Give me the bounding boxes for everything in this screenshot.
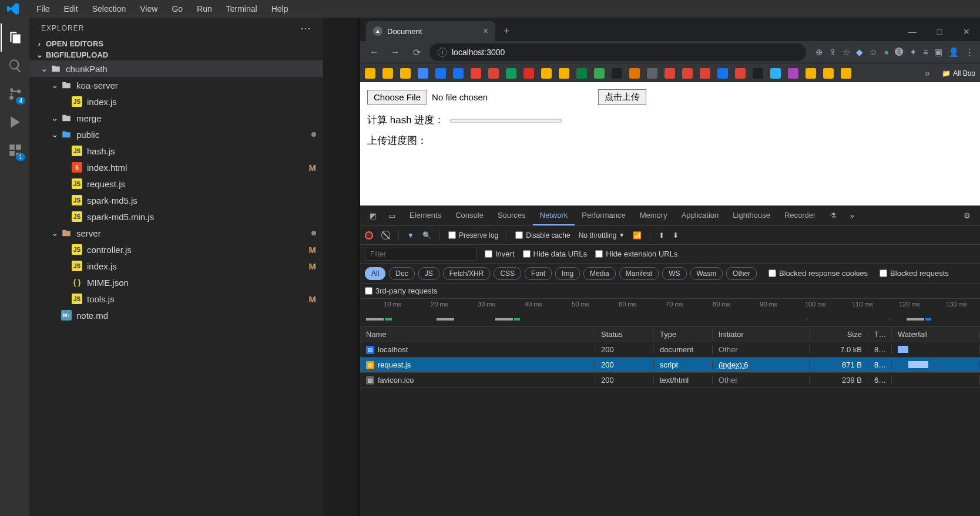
bookmark-25[interactable] bbox=[806, 68, 816, 79]
upload-button[interactable]: 点击上传 bbox=[598, 89, 646, 105]
choose-file-button[interactable]: Choose File bbox=[367, 90, 427, 104]
type-filter-js[interactable]: JS bbox=[418, 267, 439, 280]
bookmark-23[interactable] bbox=[770, 68, 781, 79]
side-panel-icon[interactable]: ▣ bbox=[934, 47, 942, 58]
devtools-tab-recorder[interactable]: Recorder bbox=[777, 206, 823, 225]
devtools-tab-application[interactable]: Application bbox=[674, 206, 726, 225]
nav-forward-icon[interactable]: → bbox=[387, 44, 404, 60]
bookmark-star-icon[interactable]: ☆ bbox=[843, 47, 850, 58]
zoom-icon[interactable]: ⊕ bbox=[815, 47, 823, 58]
blocked_req-checkbox[interactable]: Blocked requests bbox=[880, 269, 949, 278]
type-filter-ws[interactable]: WS bbox=[662, 267, 686, 280]
menu-terminal[interactable]: Terminal bbox=[219, 4, 264, 14]
type-filter-font[interactable]: Font bbox=[525, 267, 552, 280]
bookmark-21[interactable] bbox=[735, 68, 746, 79]
folder-chunkPath[interactable]: ⌄chunkPath bbox=[29, 60, 323, 77]
bookmark-18[interactable] bbox=[682, 68, 693, 79]
search-icon[interactable]: 🔍 bbox=[422, 231, 431, 240]
devtools-settings-icon[interactable]: ⚙ bbox=[959, 208, 975, 224]
more-tabs-icon[interactable]: » bbox=[844, 208, 860, 224]
menu-edit[interactable]: Edit bbox=[57, 4, 85, 14]
menu-file[interactable]: File bbox=[29, 4, 57, 14]
extensions-icon[interactable]: ✦ bbox=[909, 47, 917, 58]
bookmark-16[interactable] bbox=[647, 68, 657, 79]
network-conditions-icon[interactable]: 📶 bbox=[633, 231, 642, 240]
record-icon[interactable] bbox=[365, 231, 373, 240]
file-hash.js[interactable]: JShash.js bbox=[29, 143, 323, 159]
bookmark-17[interactable] bbox=[664, 68, 675, 79]
disable-cache-checkbox[interactable]: Disable cache bbox=[515, 231, 570, 240]
menu-run[interactable]: Run bbox=[190, 4, 219, 14]
menu-selection[interactable]: Selection bbox=[85, 4, 133, 14]
type-filter-wasm[interactable]: Wasm bbox=[690, 267, 723, 280]
activity-extensions[interactable]: 1 bbox=[1, 136, 29, 164]
type-filter-other[interactable]: Other bbox=[726, 267, 757, 280]
file-MIME.json[interactable]: { }MIME.json bbox=[29, 274, 323, 291]
bookmark-8[interactable] bbox=[506, 68, 516, 79]
activity-explorer[interactable] bbox=[1, 23, 29, 52]
devtools-tab-lighthouse[interactable]: Lighthouse bbox=[726, 206, 777, 225]
browser-tab[interactable]: ▲ Document × bbox=[366, 21, 495, 41]
folder-koa-server[interactable]: ⌄koa-server bbox=[29, 77, 323, 93]
bookmark-20[interactable] bbox=[717, 68, 728, 79]
bookmark-22[interactable] bbox=[753, 68, 763, 79]
nav-reload-icon[interactable]: ⟳ bbox=[408, 44, 425, 60]
network-row[interactable]: ▤request.js200script(index):6871 B8 ... bbox=[360, 358, 980, 373]
bookmark-1[interactable] bbox=[382, 68, 393, 79]
file-index.js[interactable]: JSindex.js bbox=[29, 93, 323, 110]
invert-checkbox[interactable]: Invert bbox=[485, 249, 515, 258]
bookmark-19[interactable] bbox=[700, 68, 710, 79]
open-editors-section[interactable]: ›OPEN EDITORS bbox=[29, 38, 323, 49]
bookmarks-overflow-icon[interactable]: » bbox=[925, 68, 930, 79]
file-tools.js[interactable]: JStools.jsM bbox=[29, 291, 323, 307]
type-filter-all[interactable]: All bbox=[365, 267, 385, 280]
folder-server[interactable]: ⌄server bbox=[29, 225, 323, 241]
import-har-icon[interactable]: ⬆ bbox=[659, 231, 664, 240]
throttling-select[interactable]: No throttling▼ bbox=[579, 231, 625, 240]
bookmark-3[interactable] bbox=[418, 68, 428, 79]
bookmark-2[interactable] bbox=[400, 68, 411, 79]
folder-public[interactable]: ⌄public bbox=[29, 126, 323, 143]
col-ti...[interactable]: Ti... bbox=[868, 330, 892, 339]
bookmark-5[interactable] bbox=[453, 68, 464, 79]
bookmark-11[interactable] bbox=[559, 68, 569, 79]
bookmark-13[interactable] bbox=[594, 68, 605, 79]
explorer-more-icon[interactable]: ⋯ bbox=[300, 22, 311, 35]
url-box[interactable]: i localhost:3000 bbox=[429, 43, 806, 61]
network-timeline[interactable]: 10 ms20 ms30 ms40 ms50 ms60 ms70 ms80 ms… bbox=[360, 299, 980, 327]
ext-1-icon[interactable]: ◆ bbox=[856, 47, 863, 58]
type-filter-manifest[interactable]: Manifest bbox=[619, 267, 659, 280]
filter-input[interactable] bbox=[365, 248, 476, 261]
bookmark-24[interactable] bbox=[788, 68, 798, 79]
col-waterfall[interactable]: Waterfall bbox=[892, 330, 980, 339]
window-maximize-icon[interactable]: □ bbox=[926, 22, 953, 41]
folder-merge[interactable]: ⌄merge bbox=[29, 110, 323, 126]
devtools-tab-console[interactable]: Console bbox=[448, 206, 491, 225]
menu-go[interactable]: Go bbox=[165, 4, 190, 14]
ext-2-icon[interactable]: ☺ bbox=[869, 47, 878, 58]
devtools-tab-network[interactable]: Network bbox=[533, 206, 575, 225]
menu-icon[interactable]: ⋮ bbox=[965, 47, 974, 58]
site-info-icon[interactable]: i bbox=[438, 48, 447, 57]
bookmark-27[interactable] bbox=[841, 68, 851, 79]
col-size[interactable]: Size bbox=[810, 330, 868, 339]
activity-debug[interactable] bbox=[1, 108, 29, 136]
bookmark-0[interactable] bbox=[365, 68, 375, 79]
inspect-icon[interactable]: ◩ bbox=[365, 208, 381, 224]
project-section[interactable]: ⌄BIGFILEUPLOAD bbox=[29, 49, 323, 60]
window-close-icon[interactable]: ✕ bbox=[953, 22, 980, 41]
nav-back-icon[interactable]: ← bbox=[366, 44, 382, 60]
bookmark-26[interactable] bbox=[823, 68, 834, 79]
type-filter-media[interactable]: Media bbox=[583, 267, 616, 280]
file-controller.js[interactable]: JScontroller.jsM bbox=[29, 241, 323, 258]
bookmark-10[interactable] bbox=[541, 68, 552, 79]
menu-help[interactable]: Help bbox=[264, 4, 296, 14]
reading-list-icon[interactable]: ≡ bbox=[923, 47, 928, 58]
share-icon[interactable]: ⇪ bbox=[829, 47, 837, 58]
col-name[interactable]: Name bbox=[360, 330, 595, 339]
devtools-tab-performance[interactable]: Performance bbox=[575, 206, 632, 225]
activity-search[interactable] bbox=[1, 52, 29, 80]
bookmark-9[interactable] bbox=[523, 68, 534, 79]
third-party-checkbox[interactable]: 3rd-party requests bbox=[365, 286, 438, 295]
activity-scm[interactable]: 4 bbox=[1, 80, 29, 108]
